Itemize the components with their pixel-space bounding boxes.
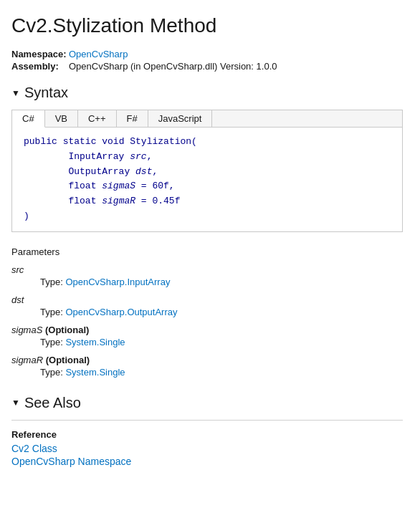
param-sigmas-name: sigmaS (Optional) (11, 325, 403, 335)
reference-title: Reference (11, 429, 403, 440)
tab-cpp[interactable]: C++ (78, 110, 117, 127)
syntax-section-label: Syntax (24, 85, 68, 101)
see-also-divider (11, 420, 403, 421)
syntax-tabs: C# VB C++ F# JavaScript (12, 110, 402, 128)
syntax-box: C# VB C++ F# JavaScript public static vo… (11, 110, 403, 232)
cv2-class-link[interactable]: Cv2 Class (11, 443, 403, 454)
tab-fsharp[interactable]: F# (117, 110, 148, 127)
see-also-header: ▼ See Also (11, 395, 403, 411)
param-dst-name: dst (11, 294, 403, 305)
namespace-label: Namespace: (11, 49, 69, 59)
tab-vb[interactable]: VB (45, 110, 78, 127)
param-sigmas-type: Type: System.Single (11, 337, 403, 347)
assembly-value: OpenCvSharp (in OpenCvSharp.dll) Version… (69, 61, 277, 72)
meta-section: Namespace: OpenCvSharp Assembly: OpenCvS… (11, 49, 403, 72)
see-also-collapse-arrow[interactable]: ▼ (11, 398, 20, 408)
assembly-row: Assembly: OpenCvSharp (in OpenCvSharp.dl… (11, 61, 403, 72)
parameters-title: Parameters (11, 246, 403, 257)
param-dst-type: Type: OpenCvSharp.OutputArray (11, 307, 403, 317)
assembly-label: Assembly: (11, 61, 69, 72)
param-sigmas: sigmaS (Optional) Type: System.Single (11, 325, 403, 347)
syntax-section-header: ▼ Syntax (11, 85, 403, 101)
see-also-links: Cv2 Class OpenCvSharp Namespace (11, 443, 403, 467)
namespace-row: Namespace: OpenCvSharp (11, 49, 403, 59)
param-sigmar-type-link[interactable]: System.Single (65, 367, 125, 378)
param-src-name: src (11, 264, 403, 275)
page-title: Cv2.Stylization Method (11, 14, 403, 37)
see-also-label: See Also (24, 395, 81, 411)
param-sigmar-type: Type: System.Single (11, 367, 403, 378)
tab-csharp[interactable]: C# (12, 110, 45, 128)
param-src-type-link[interactable]: OpenCvSharp.InputArray (65, 277, 170, 287)
param-sigmas-type-link[interactable]: System.Single (65, 337, 125, 347)
tab-javascript[interactable]: JavaScript (148, 110, 213, 127)
param-src: src Type: OpenCvSharp.InputArray (11, 264, 403, 287)
namespace-link-2[interactable]: OpenCvSharp Namespace (11, 456, 403, 467)
code-block: public static void Stylization( InputArr… (12, 128, 402, 231)
param-dst-type-link[interactable]: OpenCvSharp.OutputArray (65, 307, 177, 317)
see-also-section: ▼ See Also Reference Cv2 Class OpenCvSha… (11, 395, 403, 467)
syntax-collapse-arrow[interactable]: ▼ (11, 88, 20, 98)
param-sigmar: sigmaR (Optional) Type: System.Single (11, 355, 403, 378)
param-src-type: Type: OpenCvSharp.InputArray (11, 277, 403, 287)
param-sigmar-name: sigmaR (Optional) (11, 355, 403, 365)
parameters-section: Parameters src Type: OpenCvSharp.InputAr… (11, 246, 403, 378)
param-dst: dst Type: OpenCvSharp.OutputArray (11, 294, 403, 317)
namespace-link[interactable]: OpenCvSharp (69, 49, 128, 59)
